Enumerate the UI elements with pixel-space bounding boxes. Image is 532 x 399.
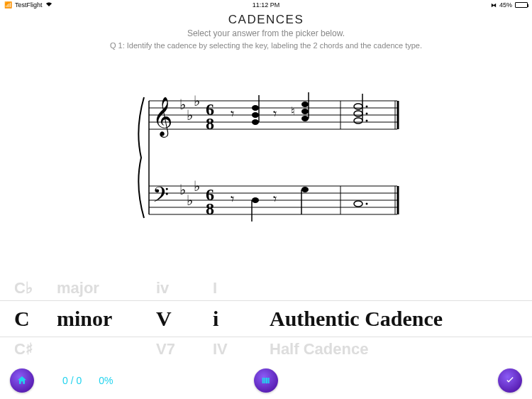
svg-point-53	[354, 201, 362, 207]
svg-text:𝄾: 𝄾	[273, 196, 277, 202]
picker-row-below[interactable]: C♯ V7 IV Half Cadence	[0, 337, 532, 361]
svg-text:8: 8	[206, 200, 214, 218]
battery-pct: 45%	[499, 1, 512, 9]
page-subtitle: Select your answer from the picker below…	[0, 28, 532, 38]
svg-text:𝄾: 𝄾	[231, 196, 234, 202]
svg-text:♭: ♭	[187, 107, 193, 123]
svg-text:𝄾: 𝄾	[273, 111, 277, 116]
svg-text:♭: ♭	[194, 178, 200, 194]
svg-point-46	[366, 120, 368, 122]
wifi-icon	[45, 1, 52, 9]
picker-quality-above: major	[57, 279, 156, 297]
svg-text:♭: ♭	[179, 97, 186, 112]
svg-point-32	[252, 119, 259, 125]
picker-key-below: C♯	[14, 340, 57, 359]
clock: 11:12 PM	[253, 1, 280, 9]
wifi-icon: 📶	[4, 1, 12, 9]
svg-text:♭: ♭	[194, 93, 200, 109]
svg-text:𝄾: 𝄾	[231, 111, 234, 116]
svg-text:♮: ♮	[291, 105, 295, 117]
picker-chord1-selected: V	[156, 307, 213, 331]
carrier-label: TestFlight	[15, 1, 43, 9]
svg-point-45	[366, 113, 368, 115]
picker-chord2-below: IV	[213, 340, 270, 359]
svg-text:♭: ♭	[187, 192, 193, 208]
picker-chord2-above: I	[213, 279, 270, 297]
picker-cadence-below: Half Cadence	[270, 340, 518, 359]
svg-point-51	[301, 187, 309, 192]
svg-rect-56	[264, 378, 265, 383]
svg-point-54	[366, 203, 368, 205]
score-percent: 0%	[99, 375, 113, 386]
score-display: 0 / 0 0%	[62, 375, 113, 386]
svg-point-31	[252, 112, 259, 118]
svg-point-44	[366, 106, 368, 108]
svg-point-38	[301, 116, 309, 121]
svg-text:𝄢: 𝄢	[153, 183, 169, 212]
music-notation: 𝄞 𝄢 ♭ ♭ ♭ ♭ ♭ ♭ 6 8 6 8 𝄾 𝄾 ♮	[0, 87, 532, 229]
svg-point-48	[252, 197, 259, 203]
svg-point-30	[252, 105, 259, 111]
svg-point-40	[354, 104, 362, 109]
svg-text:8: 8	[206, 114, 214, 133]
bluetooth-icon: ⧓	[491, 2, 497, 9]
svg-rect-58	[268, 378, 270, 383]
submit-button[interactable]	[498, 368, 522, 393]
svg-point-37	[301, 109, 309, 114]
status-bar: 📶 TestFlight 11:12 PM ⧓ 45%	[0, 0, 532, 10]
svg-rect-55	[262, 378, 264, 383]
picker-chord1-above: iv	[156, 279, 213, 297]
svg-point-41	[354, 111, 362, 116]
header: CADENCES Select your answer from the pic…	[0, 10, 532, 51]
svg-text:♭: ♭	[179, 182, 186, 197]
bottom-toolbar: 0 / 0 0%	[0, 366, 532, 395]
picker-key-above: C♭	[14, 279, 57, 297]
page-title: CADENCES	[0, 13, 532, 27]
picker-row-above[interactable]: C♭ major iv I	[0, 276, 532, 300]
picker-chord2-selected: i	[213, 307, 270, 331]
score-count: 0 / 0	[62, 375, 82, 386]
picker-key-selected: C	[14, 307, 57, 331]
picker-quality-selected: minor	[57, 307, 156, 331]
home-button[interactable]	[10, 368, 34, 393]
picker-row-selected[interactable]: C minor V i Authentic Cadence	[0, 300, 532, 337]
keyboard-button[interactable]	[254, 368, 278, 393]
picker-chord1-below: V7	[156, 340, 213, 359]
question-text: Q 1: Identify the cadence by selecting t…	[0, 41, 532, 50]
svg-text:𝄞: 𝄞	[153, 97, 172, 138]
battery-icon	[515, 2, 528, 8]
svg-point-36	[301, 102, 309, 107]
answer-picker[interactable]: C♭ major iv I C minor V i Authentic Cade…	[0, 273, 532, 365]
svg-point-42	[354, 118, 362, 124]
picker-cadence-selected: Authentic Cadence	[270, 307, 518, 331]
svg-rect-57	[266, 378, 267, 383]
